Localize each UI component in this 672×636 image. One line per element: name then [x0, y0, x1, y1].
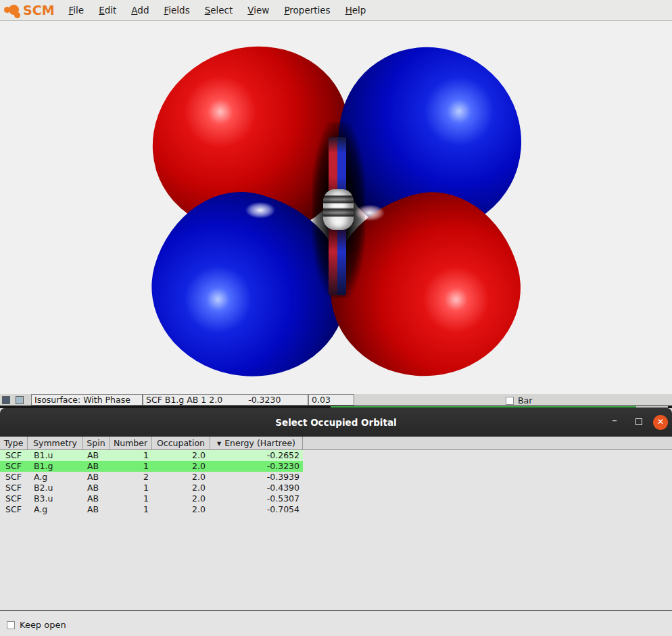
- minimize-button[interactable]: –: [607, 408, 622, 437]
- scm-view-window: SCM FileEditAddFieldsSelectViewPropertie…: [0, 0, 672, 636]
- column-header-symmetry[interactable]: Symmetry: [28, 437, 83, 450]
- specular-highlight-left: [245, 202, 275, 218]
- orbital-row-b1u-m02652[interactable]: SCFB1.uAB12.0-0.2652: [0, 450, 303, 461]
- cell-energy: -0.2652: [210, 450, 303, 461]
- dialog-title-bar[interactable]: Select Occupied Orbital – ✕: [0, 408, 672, 437]
- cell-occupation: 2.0: [152, 493, 210, 504]
- sort-descending-icon: ▼: [217, 441, 221, 447]
- cell-number: 1: [110, 504, 152, 515]
- cell-energy: -0.3939: [210, 472, 303, 483]
- cell-occupation: 2.0: [152, 461, 210, 472]
- maximize-button[interactable]: [631, 408, 646, 437]
- maximize-icon: [635, 418, 642, 425]
- isosurface-mode-select[interactable]: Isosurface: With Phase: [31, 394, 143, 406]
- cell-spin: AB: [83, 472, 110, 483]
- column-header-energy-hartree-[interactable]: ▼Energy (Hartree): [210, 437, 303, 450]
- orbital-row-ag-m03939[interactable]: SCFA.gAB22.0-0.3939: [0, 472, 303, 483]
- menu-help[interactable]: Help: [338, 5, 374, 16]
- column-header-filler: [303, 437, 672, 450]
- isovalue-input[interactable]: 0.03: [308, 394, 354, 406]
- cell-number: 1: [110, 461, 152, 472]
- color-swatch-dark-icon[interactable]: [2, 396, 10, 404]
- keep-open-label: Keep open: [20, 620, 66, 630]
- menu-bar: SCM FileEditAddFieldsSelectViewPropertie…: [0, 0, 672, 21]
- scm-logo-text: SCM: [23, 3, 55, 18]
- cell-symmetry: A.g: [28, 504, 83, 515]
- column-header-type[interactable]: Type: [0, 437, 28, 450]
- menu-add[interactable]: Add: [124, 5, 156, 16]
- orbital-connector-bottom: [329, 228, 346, 295]
- cell-occupation: 2.0: [152, 472, 210, 483]
- cell-number: 2: [110, 472, 152, 483]
- menu-file[interactable]: File: [62, 5, 92, 16]
- dialog-separator: [0, 610, 672, 611]
- cell-symmetry: B1.u: [28, 450, 83, 461]
- keep-open-checkbox[interactable]: [7, 621, 15, 629]
- cell-energy: -0.3230: [210, 461, 303, 472]
- cell-type: SCF: [0, 504, 28, 515]
- orbital-table: SCFB1.uAB12.0-0.2652SCFB1.gAB12.0-0.3230…: [0, 450, 672, 515]
- cell-occupation: 2.0: [152, 450, 210, 461]
- cell-symmetry: B2.u: [28, 483, 83, 493]
- selected-orbital-label: SCF B1.g AB 1 2.0: [146, 395, 222, 405]
- menu-fields[interactable]: Fields: [156, 5, 197, 16]
- menu-select[interactable]: Select: [197, 5, 241, 16]
- cell-number: 1: [110, 483, 152, 493]
- cell-number: 1: [110, 450, 152, 461]
- bar-checkbox-label: Bar: [518, 395, 532, 406]
- keep-open-checkbox-group[interactable]: Keep open: [7, 620, 66, 630]
- orbital-row-b3u-m05307[interactable]: SCFB3.uAB12.0-0.5307: [0, 493, 303, 504]
- orbital-row-b1g-m03230[interactable]: SCFB1.gAB12.0-0.3230: [0, 461, 303, 472]
- gray-edge-segment: [636, 406, 668, 408]
- orbital-row-b2u-m04390[interactable]: SCFB2.uAB12.0-0.4390: [0, 483, 303, 493]
- column-header-spin[interactable]: Spin: [83, 437, 110, 450]
- bar-checkbox-group[interactable]: Bar: [506, 395, 532, 406]
- cell-type: SCF: [0, 461, 28, 472]
- color-swatch-light-icon[interactable]: [16, 396, 24, 404]
- specular-highlight-right: [355, 205, 385, 221]
- cell-symmetry: B3.u: [28, 493, 83, 504]
- field-status-bar: Isosurface: With Phase SCF B1.g AB 1 2.0…: [0, 394, 672, 406]
- cell-energy: -0.7054: [210, 504, 303, 515]
- column-header-occupation[interactable]: Occupation: [152, 437, 210, 450]
- cell-type: SCF: [0, 483, 28, 493]
- orbital-table-header: TypeSymmetrySpinNumberOccupation▼Energy …: [0, 437, 672, 450]
- cell-spin: AB: [83, 450, 110, 461]
- cell-spin: AB: [83, 504, 110, 515]
- selected-orbital-energy: -0.3230: [248, 395, 281, 405]
- menu-view[interactable]: View: [240, 5, 277, 16]
- cell-type: SCF: [0, 493, 28, 504]
- cell-number: 1: [110, 493, 152, 504]
- dialog-body: TypeSymmetrySpinNumberOccupation▼Energy …: [0, 437, 672, 636]
- scm-logo-icon: [4, 1, 22, 19]
- cell-symmetry: A.g: [28, 472, 83, 483]
- column-header-number[interactable]: Number: [110, 437, 152, 450]
- menu-items: FileEditAddFieldsSelectViewPropertiesHel…: [62, 5, 374, 16]
- cell-type: SCF: [0, 472, 28, 483]
- cell-spin: AB: [83, 461, 110, 472]
- close-button[interactable]: ✕: [653, 415, 668, 430]
- cell-symmetry: B1.g: [28, 461, 83, 472]
- scm-logo: SCM: [4, 1, 55, 19]
- cell-type: SCF: [0, 450, 28, 461]
- menu-properties[interactable]: Properties: [277, 5, 337, 16]
- cell-energy: -0.5307: [210, 493, 303, 504]
- cell-spin: AB: [83, 493, 110, 504]
- cell-spin: AB: [83, 483, 110, 493]
- dialog-title: Select Occupied Orbital: [0, 408, 672, 437]
- molecule-3d-viewport[interactable]: [0, 21, 672, 394]
- green-progress-segment: [331, 406, 636, 408]
- bar-checkbox[interactable]: [506, 397, 514, 405]
- menu-edit[interactable]: Edit: [91, 5, 124, 16]
- selected-orbital-field[interactable]: SCF B1.g AB 1 2.0 -0.3230: [143, 394, 308, 406]
- cell-occupation: 2.0: [152, 483, 210, 493]
- orbital-row-ag-m07054[interactable]: SCFA.gAB12.0-0.7054: [0, 504, 303, 515]
- cell-occupation: 2.0: [152, 504, 210, 515]
- cell-energy: -0.4390: [210, 483, 303, 493]
- molecule-bond-cylinder: [323, 189, 354, 230]
